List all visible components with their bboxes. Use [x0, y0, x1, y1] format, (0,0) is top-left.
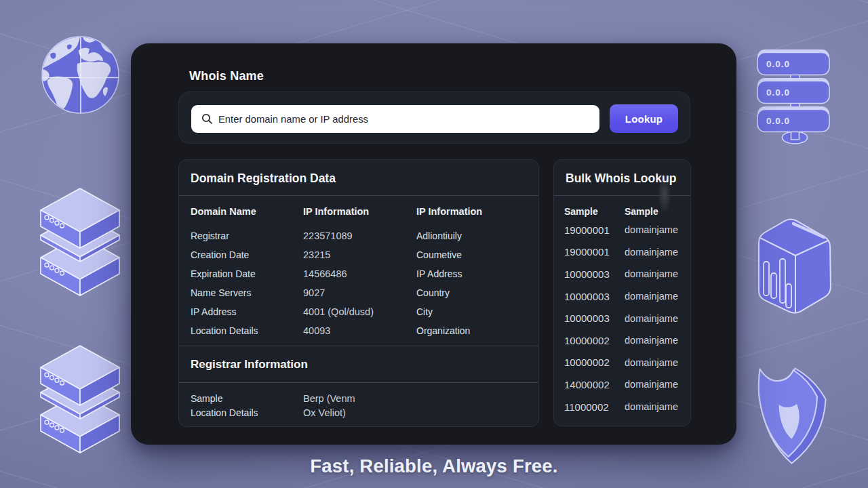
column-header: Sample [564, 206, 625, 217]
section-title: Registrar Information [191, 358, 308, 371]
bulk-domain: domainjame [625, 401, 688, 412]
row-value: Adliontiuily [416, 230, 533, 241]
globe-icon [39, 34, 121, 116]
row-label: IP Address [191, 306, 303, 317]
bulk-ip: 10000002 [564, 335, 625, 346]
row-value: 23215 [303, 249, 416, 260]
bulk-domain: domainjame [625, 224, 688, 235]
row-label: Creation Date [191, 249, 303, 260]
whois-card: Whois Name Lookup Domain Registration Da… [131, 43, 736, 445]
sign-label: 0.0.0 [766, 116, 790, 126]
server-stack-icon [39, 345, 121, 453]
row-label: Expiration Date [191, 268, 303, 279]
bulk-domain: domainjame [625, 247, 688, 258]
divider [179, 346, 538, 346]
bulk-ip: 11000002 [564, 401, 625, 413]
column-header: Sample [625, 206, 688, 217]
bulk-ip: 19000001 [564, 246, 625, 258]
row-value: 40093 [303, 325, 416, 336]
sign-label: 0.0.0 [766, 59, 790, 69]
bulk-ip: 14000002 [564, 379, 625, 390]
panel-title: Bulk Whois Lookup [566, 171, 676, 186]
card-title: Whois Name [189, 69, 264, 83]
row-label: Sample [191, 393, 303, 404]
panel-title: Domain Registration Data [191, 171, 336, 186]
bulk-domain: domainjame [625, 357, 688, 368]
domain-search-input[interactable] [191, 105, 599, 133]
column-header: Domain Name [191, 206, 303, 217]
bulk-ip: 19000001 [564, 224, 625, 236]
registrar-info-rows: Sample Berp (Venm Location Details Ox Ve… [191, 391, 533, 420]
row-value: Organization [416, 325, 533, 336]
bulk-ip: 10000003 [564, 268, 625, 280]
row-value: 4001 (Qol/dusd) [303, 306, 416, 317]
domain-registration-panel: Domain Registration Data Domain Name IP … [178, 159, 539, 427]
bulk-table-rows: 19000001 domainjame 19000001 domainjame … [564, 219, 688, 418]
search-section: Lookup [178, 92, 690, 144]
registration-table-header: Domain Name IP Information IP Informatio… [191, 206, 533, 217]
bulk-domain: domainjame [625, 313, 688, 324]
sign-label: 0.0.0 [766, 87, 790, 98]
divider [179, 382, 538, 383]
tagline: Fast, Reliable, Always Free. [0, 455, 868, 477]
row-label: Location Details [191, 407, 303, 418]
row-value: 223571089 [303, 230, 416, 241]
row-value: Berp (Venm [303, 393, 533, 404]
lookup-button[interactable]: Lookup [610, 104, 678, 133]
row-value: 9027 [303, 287, 416, 298]
bulk-ip: 10000003 [564, 291, 625, 302]
row-value: Country [416, 287, 533, 298]
server-stack-icon [39, 188, 121, 296]
column-header: IP Information [303, 206, 416, 217]
bulk-ip: 10000002 [564, 357, 625, 368]
ip-signpost-icon: 0.0.0 0.0.0 0.0.0 [755, 49, 833, 145]
divider [554, 195, 690, 196]
divider [179, 195, 538, 196]
row-value: City [416, 306, 533, 317]
bulk-domain: domainjame [625, 268, 688, 279]
bulk-domain: domainjame [625, 335, 688, 346]
row-value: 14566486 [303, 268, 416, 279]
shield-icon [754, 365, 830, 468]
row-value: Coumetive [416, 249, 533, 260]
bulk-domain: domainjame [625, 379, 688, 390]
row-label: Name Servers [191, 287, 303, 298]
bulk-whois-panel: Bulk Whois Lookup Sample Sample 19000001… [553, 159, 691, 426]
row-label: Location Details [191, 325, 303, 336]
column-header: IP Information [416, 206, 533, 217]
row-label: Registrar [191, 230, 303, 241]
bulk-domain: domainjame [625, 291, 688, 302]
analytics-cube-icon [754, 215, 835, 320]
bulk-table-header: Sample Sample [564, 206, 688, 217]
row-value: IP Address [416, 268, 533, 279]
row-value: Ox Veliot) [303, 407, 533, 418]
registration-table-rows: Registrar 223571089 Adliontiuily Creatio… [191, 226, 533, 340]
bulk-ip: 10000003 [564, 312, 625, 324]
